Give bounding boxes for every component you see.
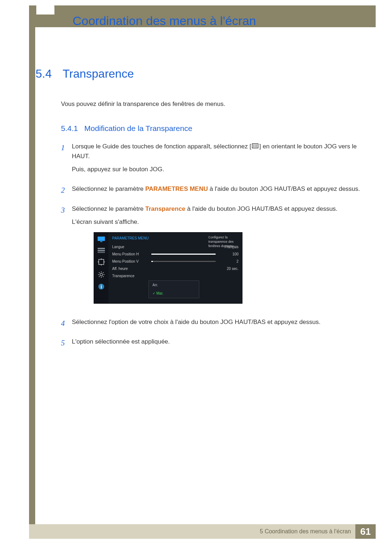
- osd-slider: [151, 254, 216, 255]
- chapter-tab-shape: [36, 0, 54, 15]
- step-4: 4 Sélectionnez l'option de votre choix à…: [61, 317, 370, 331]
- osd-dropdown: Arr. Mar.: [148, 280, 199, 298]
- osd-slider: [151, 261, 216, 262]
- steps-list: 1 Lorsque le Guide des touches de foncti…: [61, 142, 370, 350]
- osd-label: Aff. heure: [112, 266, 148, 272]
- monitor-icon: [97, 236, 105, 243]
- step-text: à l'aide du bouton JOG HAUT/BAS et appuy…: [208, 185, 360, 192]
- page-content: 5.4 Transparence Vous pouvez définir la …: [36, 67, 370, 357]
- resize-icon: [97, 258, 105, 266]
- subsection-heading: 5.4.1 Modification de la Transparence: [61, 124, 370, 133]
- osd-value: 20 sec.: [219, 266, 238, 272]
- step-number: 1: [61, 142, 72, 178]
- osd-label: Langue: [112, 244, 148, 250]
- list-icon: [98, 248, 105, 253]
- osd-row-aff-heure: Aff. heure 20 sec.: [112, 265, 238, 272]
- page-footer: 5 Coordination des menus à l'écran 61: [29, 524, 376, 539]
- svg-line-15: [99, 272, 100, 273]
- osd-option-off: Arr.: [149, 281, 199, 290]
- gear-icon: [98, 271, 105, 278]
- svg-rect-5: [100, 241, 102, 242]
- svg-line-17: [99, 276, 100, 277]
- section-intro: Vous pouvez définir la transparence des …: [61, 100, 370, 108]
- footer-chapter-label: 5 Coordination des menus à l'écran: [260, 528, 355, 535]
- menu-icon: [251, 142, 259, 151]
- left-sidebar-bar: [29, 5, 35, 537]
- svg-point-10: [100, 274, 103, 276]
- subsection-number: 5.4.1: [61, 124, 78, 132]
- svg-rect-4: [98, 237, 105, 241]
- osd-sidebar: [94, 233, 109, 303]
- chapter-title: Coordination des menus à l'écran: [73, 14, 256, 28]
- step-5: 5 L'option sélectionnée est appliquée.: [61, 337, 370, 350]
- step-number: 4: [61, 317, 72, 331]
- osd-main-panel: PARAMETRES MENU Langue Français Menu Pos…: [109, 233, 242, 303]
- svg-rect-9: [99, 259, 104, 264]
- osd-option-on-selected: Mar.: [149, 289, 199, 298]
- step-2: 2 Sélectionnez le paramètre PARAMETRES M…: [61, 184, 370, 197]
- osd-value: 100: [219, 251, 238, 257]
- svg-rect-20: [101, 285, 102, 286]
- osd-label: Menu Position V: [112, 259, 148, 264]
- osd-screenshot: PARAMETRES MENU Langue Français Menu Pos…: [94, 232, 242, 304]
- step-text: Sélectionnez le paramètre: [72, 205, 145, 212]
- section-heading: 5.4 Transparence: [36, 67, 370, 81]
- osd-row-transparence: Transparence: [112, 272, 238, 280]
- step-text: Sélectionnez l'option de votre choix à l…: [72, 317, 370, 327]
- svg-rect-7: [98, 250, 105, 251]
- osd-label: Menu Position H: [112, 251, 148, 257]
- footer-page-number: 61: [355, 524, 376, 539]
- step-text: L'écran suivant s'affiche.: [72, 217, 370, 227]
- section-number: 5.4: [36, 67, 61, 81]
- emphasis-parametres-menu: PARAMETRES MENU: [145, 185, 208, 192]
- osd-label: Transparence: [112, 273, 148, 279]
- svg-rect-21: [101, 286, 102, 288]
- emphasis-transparence: Transparence: [145, 205, 185, 212]
- step-text: Sélectionnez le paramètre: [72, 185, 145, 192]
- step-text: L'option sélectionnée est appliquée.: [72, 337, 370, 346]
- step-text: Puis, appuyez sur le bouton JOG.: [72, 165, 370, 174]
- step-number: 5: [61, 337, 72, 350]
- osd-row-position-v: Menu Position V 2: [112, 258, 238, 265]
- section-title: Transparence: [62, 67, 134, 81]
- step-text: à l'aide du bouton JOG HAUT/BAS et appuy…: [185, 205, 338, 212]
- step-number: 3: [61, 204, 72, 311]
- svg-rect-8: [98, 252, 105, 253]
- step-number: 2: [61, 184, 72, 197]
- info-icon: [98, 283, 105, 290]
- osd-help-text: Configurez la transparence des fenêtres …: [208, 235, 239, 248]
- subsection-title: Modification de la Transparence: [84, 124, 192, 132]
- step-text: Lorsque le Guide des touches de fonction…: [72, 143, 251, 150]
- step-1: 1 Lorsque le Guide des touches de foncti…: [61, 142, 370, 178]
- step-3: 3 Sélectionnez le paramètre Transparence…: [61, 204, 370, 311]
- osd-row-position-h: Menu Position H 100: [112, 251, 238, 258]
- svg-rect-6: [98, 248, 105, 249]
- osd-value: 2: [219, 259, 238, 264]
- svg-line-18: [103, 272, 103, 273]
- svg-line-16: [103, 276, 103, 277]
